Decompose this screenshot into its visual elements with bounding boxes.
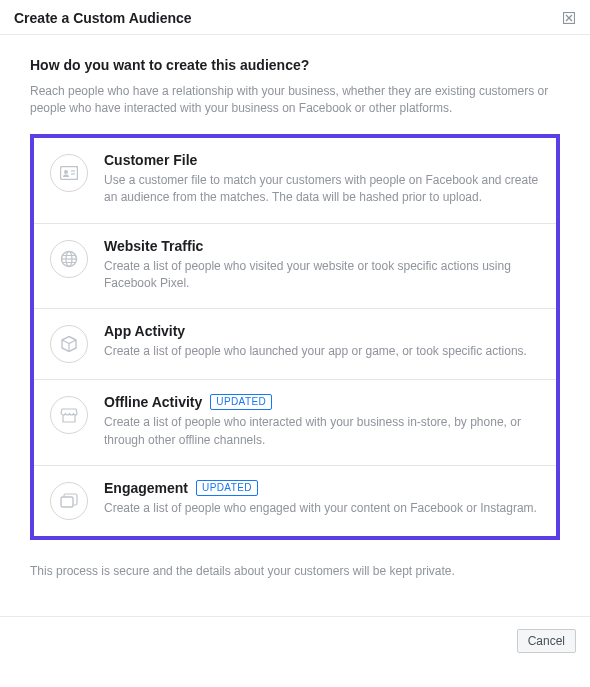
option-customer-file[interactable]: Customer File Use a customer file to mat… bbox=[34, 138, 556, 224]
option-body: App Activity Create a list of people who… bbox=[104, 323, 540, 363]
option-description: Create a list of people who launched you… bbox=[104, 343, 540, 360]
updated-badge: UPDATED bbox=[196, 480, 258, 496]
option-title: Website Traffic bbox=[104, 238, 203, 254]
option-title: Offline Activity bbox=[104, 394, 202, 410]
svg-point-2 bbox=[64, 170, 68, 174]
option-body: Engagement UPDATED Create a list of peop… bbox=[104, 480, 540, 520]
option-description: Create a list of people who interacted w… bbox=[104, 414, 540, 449]
option-body: Offline Activity UPDATED Create a list o… bbox=[104, 394, 540, 449]
modal-header: Create a Custom Audience bbox=[0, 0, 590, 35]
option-website-traffic[interactable]: Website Traffic Create a list of people … bbox=[34, 224, 556, 310]
modal-title: Create a Custom Audience bbox=[14, 10, 192, 26]
lead-text: Reach people who have a relationship wit… bbox=[30, 83, 560, 118]
svg-rect-10 bbox=[61, 497, 73, 507]
option-title: Customer File bbox=[104, 152, 197, 168]
cards-icon bbox=[50, 482, 88, 520]
close-button[interactable] bbox=[562, 11, 576, 25]
option-offline-activity[interactable]: Offline Activity UPDATED Create a list o… bbox=[34, 380, 556, 466]
store-icon bbox=[50, 396, 88, 434]
option-description: Create a list of people who engaged with… bbox=[104, 500, 540, 517]
modal-content: How do you want to create this audience?… bbox=[0, 35, 590, 550]
close-icon bbox=[563, 12, 575, 24]
option-title: Engagement bbox=[104, 480, 188, 496]
id-card-icon bbox=[50, 154, 88, 192]
privacy-note: This process is secure and the details a… bbox=[0, 550, 590, 596]
create-custom-audience-modal: Create a Custom Audience How do you want… bbox=[0, 0, 590, 665]
cube-icon bbox=[50, 325, 88, 363]
modal-footer: Cancel bbox=[0, 616, 590, 665]
updated-badge: UPDATED bbox=[210, 394, 272, 410]
option-body: Website Traffic Create a list of people … bbox=[104, 238, 540, 293]
option-description: Create a list of people who visited your… bbox=[104, 258, 540, 293]
option-engagement[interactable]: Engagement UPDATED Create a list of peop… bbox=[34, 466, 556, 536]
option-description: Use a customer file to match your custom… bbox=[104, 172, 540, 207]
option-app-activity[interactable]: App Activity Create a list of people who… bbox=[34, 309, 556, 380]
question-heading: How do you want to create this audience? bbox=[30, 57, 560, 73]
option-body: Customer File Use a customer file to mat… bbox=[104, 152, 540, 207]
option-title: App Activity bbox=[104, 323, 185, 339]
option-list: Customer File Use a customer file to mat… bbox=[30, 134, 560, 540]
cancel-button[interactable]: Cancel bbox=[517, 629, 576, 653]
globe-icon bbox=[50, 240, 88, 278]
svg-rect-1 bbox=[61, 166, 78, 179]
